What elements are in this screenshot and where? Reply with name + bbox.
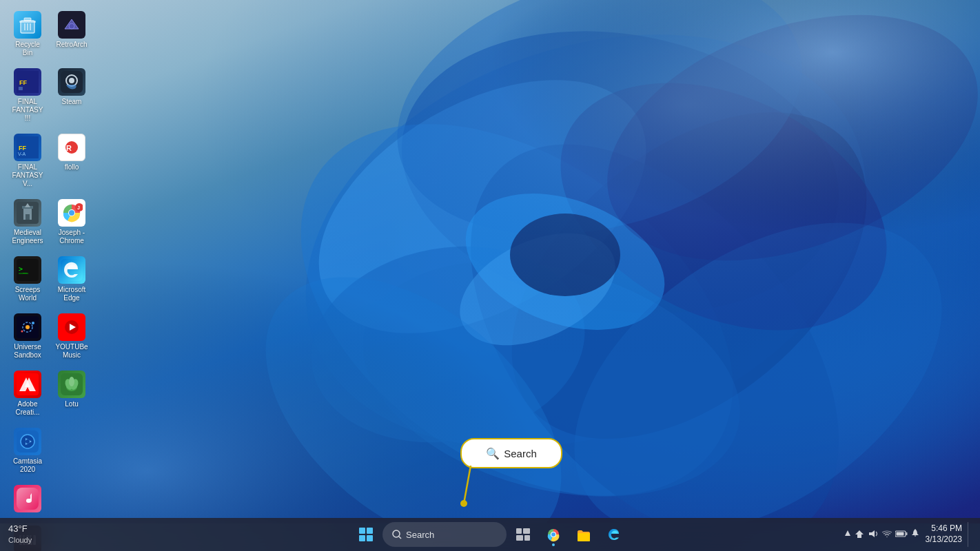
lotu-icon-img [58, 371, 85, 398]
weather-temp: 43°F [8, 523, 28, 535]
svg-rect-96 [524, 535, 530, 541]
svg-text:R: R [66, 144, 72, 152]
svg-point-91 [393, 530, 400, 537]
chrome-taskbar-icon [546, 527, 561, 542]
universe-sandbox-icon-img [14, 313, 41, 341]
search-button[interactable]: Search [382, 522, 507, 547]
svg-text:V-A: V-A [18, 152, 26, 156]
svg-point-66 [69, 377, 74, 386]
volume-icon [868, 529, 879, 539]
icon-retroarch[interactable]: RetroArch [51, 7, 92, 61]
icon-row-5: >_ Screeps World [7, 252, 92, 306]
svg-rect-21 [19, 21, 36, 23]
icon-screeps[interactable]: >_ Screeps World [7, 252, 48, 306]
ffv-icon-img: FF V-A [14, 134, 41, 161]
icon-lotu[interactable]: Lotu [51, 366, 92, 421]
windows-logo [359, 528, 373, 541]
svg-marker-100 [845, 530, 850, 536]
svg-line-92 [399, 537, 401, 539]
clock[interactable]: 5:46 PM 3/13/2023 [926, 523, 962, 545]
icon-joseph-chrome[interactable]: J Joseph - Chrome [51, 195, 92, 249]
icon-row-1: Recycle Bin RetroArch [7, 7, 92, 61]
weather-condition: Cloudy [8, 535, 32, 545]
desktop: Recycle Bin RetroArch FF [0, 0, 980, 551]
start-button[interactable] [352, 521, 380, 548]
svg-point-25 [69, 23, 74, 29]
notification-tray-icon[interactable] [910, 528, 920, 541]
icon-row-7: Adobe Creati... Lotu [7, 366, 92, 421]
icon-youtube-music[interactable]: YOUTUBe Music [51, 309, 92, 364]
taskbar-center: Search [352, 521, 628, 548]
universe-sandbox-label: Universe Sandbox [10, 343, 45, 360]
youtube-music-label: YOUTUBe Music [54, 343, 90, 360]
task-view-icon [516, 528, 530, 541]
icon-row-4: Medieval Engineers J [7, 195, 92, 249]
desktop-icons: Recycle Bin RetroArch FF [7, 7, 92, 551]
show-hidden-icons[interactable] [844, 529, 851, 541]
icon-adobe[interactable]: Adobe Creati... [7, 366, 48, 421]
notification-area [844, 528, 920, 541]
date-display: 3/13/2023 [926, 534, 962, 545]
ff3-label: FINAL FANTASY !!! [10, 98, 45, 123]
icon-ffv[interactable]: FF V-A FINAL FANTASY V... [7, 129, 48, 192]
ms-edge-label: Microsoft Edge [54, 286, 90, 302]
steam-icon-img [58, 68, 85, 96]
wifi-tray-icon[interactable] [881, 529, 892, 541]
svg-point-57 [21, 331, 23, 333]
icon-universe-sandbox[interactable]: Universe Sandbox [7, 309, 48, 364]
task-view-button[interactable] [509, 521, 537, 548]
icon-flollo[interactable]: R flollo [51, 129, 92, 192]
svg-rect-51 [19, 273, 28, 274]
icon-camtasia[interactable]: Camtasia 2020 [7, 424, 48, 478]
network-tray-icon[interactable] [854, 529, 865, 541]
svg-rect-99 [578, 533, 590, 541]
icon-steam[interactable]: Steam [51, 64, 92, 127]
wallpaper [0, 0, 980, 523]
icon-ff3[interactable]: FF III FINAL FANTASY !!! [7, 64, 48, 127]
time-display: 5:46 PM [926, 523, 962, 534]
retroarch-icon-img [58, 11, 85, 39]
svg-point-31 [69, 78, 74, 83]
search-label: Search [406, 530, 434, 540]
svg-text:FF: FF [19, 79, 27, 86]
camtasia-icon-img [14, 428, 41, 455]
icon-ms-edge[interactable]: Microsoft Edge [51, 252, 92, 306]
screeps-icon-img: >_ [14, 256, 41, 284]
icon-itunes[interactable] [7, 481, 48, 519]
recycle-bin-icon-img [14, 11, 41, 39]
chrome-taskbar-button[interactable] [540, 521, 567, 548]
svg-text:J: J [77, 205, 80, 210]
show-desktop-button[interactable] [968, 522, 972, 547]
svg-text:III: III [19, 86, 23, 91]
svg-point-98 [551, 532, 555, 537]
icon-row-3: FF V-A FINAL FANTASY V... R flollo [7, 129, 92, 192]
svg-point-56 [32, 322, 34, 324]
volume-tray-icon[interactable] [868, 529, 879, 541]
svg-rect-103 [896, 532, 904, 536]
icon-row-2: FF III FINAL FANTASY !!! Steam [7, 64, 92, 127]
flollo-icon-img: R [58, 134, 85, 161]
adobe-icon-img [14, 371, 41, 398]
ms-edge-taskbar-icon [606, 527, 622, 542]
medieval-label: Medieval Engineers [10, 229, 45, 245]
flollo-label: flollo [65, 163, 79, 171]
search-icon [392, 530, 402, 539]
notification-icon [910, 528, 920, 539]
ms-edge-taskbar-button[interactable] [600, 521, 628, 548]
svg-rect-94 [523, 528, 530, 534]
svg-point-55 [25, 325, 30, 329]
svg-rect-95 [516, 535, 523, 541]
win-logo-top-left [359, 528, 365, 534]
retroarch-label: RetroArch [56, 41, 87, 49]
battery-tray-icon[interactable] [895, 529, 908, 540]
icon-recycle-bin[interactable]: Recycle Bin [7, 7, 48, 61]
screeps-label: Screeps World [10, 286, 45, 302]
file-explorer-button[interactable] [570, 521, 598, 548]
ffv-label: FINAL FANTASY V... [10, 163, 45, 188]
icon-row-9 [7, 481, 92, 519]
icon-medieval[interactable]: Medieval Engineers [7, 195, 48, 249]
svg-text:>_: >_ [19, 265, 28, 273]
weather-widget[interactable]: 43°F Cloudy [8, 523, 32, 545]
bloom-svg [0, 0, 980, 523]
youtube-music-icon-img [58, 313, 85, 341]
